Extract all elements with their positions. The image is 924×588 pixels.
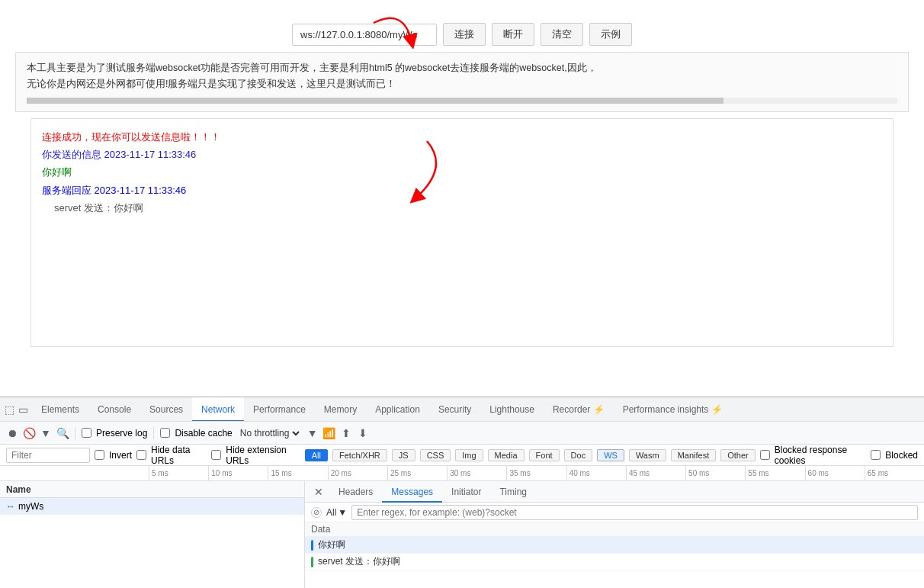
filter-css-btn[interactable]: CSS	[420, 449, 451, 461]
throttling-dropdown-icon[interactable]: ▼	[306, 427, 319, 439]
messages-pane: ⊘ All ▼ Data 你好啊	[305, 503, 924, 588]
tab-network[interactable]: Network	[192, 397, 244, 422]
network-main: Name ↔ myWs ✕ Headers Messages Initiator…	[0, 481, 924, 588]
filter-all-btn[interactable]: All	[305, 449, 328, 461]
search-icon[interactable]: 🔍	[56, 427, 69, 439]
blocked-cookies-label: Blocked response cookies	[775, 445, 867, 466]
data-label: Data	[305, 522, 924, 537]
disable-cache-checkbox[interactable]	[160, 428, 170, 438]
devtools-panel: ⬚ ▭ Elements Console Sources Network Per…	[0, 397, 924, 588]
filter-media-btn[interactable]: Media	[488, 449, 525, 461]
ws-description: 本工具主要是为了测试服务端websocket功能是否完善可用而开发，主要是利用h…	[15, 52, 909, 112]
detail-tab-timing[interactable]: Timing	[490, 481, 536, 503]
ws-messages-box: 连接成功，现在你可以发送信息啦！！！ 你发送的信息 2023-11-17 11:…	[30, 118, 894, 347]
connect-button[interactable]: 连接	[443, 23, 486, 46]
msg-reply-content: servet 发送：你好啊	[42, 199, 882, 217]
filter-ws-btn[interactable]: WS	[597, 449, 624, 461]
inspect-icon[interactable]: ⬚	[3, 403, 15, 416]
blocked-cookies-checkbox[interactable]	[760, 450, 770, 460]
clear-log-icon[interactable]: 🚫	[23, 427, 35, 439]
ws-desc-line2: 无论你是内网还是外网都可使用!服务端只是实现了接受和发送，这里只是测试而已！	[27, 76, 897, 92]
ruler-tick-12: 60 ms	[805, 466, 865, 481]
tab-performance[interactable]: Performance	[244, 397, 315, 422]
filter-font-btn[interactable]: Font	[529, 449, 560, 461]
blocked-label: Blocked	[885, 450, 918, 461]
filter-wasm-btn[interactable]: Wasm	[629, 449, 666, 461]
preserve-log-checkbox[interactable]	[82, 428, 91, 438]
ruler-tick-8: 40 ms	[566, 466, 626, 481]
filter-js-btn[interactable]: JS	[392, 449, 415, 461]
detail-close-button[interactable]: ✕	[308, 481, 329, 503]
filter-manifest-btn[interactable]: Manifest	[671, 449, 717, 461]
received-indicator	[311, 557, 313, 567]
throttling-select[interactable]: No throttling	[237, 427, 302, 439]
detail-tab-initiator[interactable]: Initiator	[442, 481, 490, 503]
hide-data-urls-label: Hide data URLs	[151, 445, 207, 466]
messages-filter-input[interactable]	[351, 505, 918, 520]
invert-checkbox[interactable]	[95, 450, 104, 460]
filter-input[interactable]	[6, 448, 90, 463]
ws-desc-scrollbar[interactable]	[27, 98, 897, 104]
filter-icon[interactable]: ▼	[40, 427, 52, 439]
device-icon[interactable]: ▭	[17, 403, 29, 416]
page-wrapper: 连接 断开 清空 示例 本工具主要是为了测试服务端websocket功能是否完善…	[0, 0, 924, 588]
download-icon[interactable]: ⬇	[357, 427, 369, 439]
ruler-tick-4: 20 ms	[328, 466, 387, 481]
filter-fetchxhr-btn[interactable]: Fetch/XHR	[332, 449, 387, 461]
hide-ext-urls-checkbox[interactable]	[211, 450, 221, 460]
tab-lighthouse[interactable]: Lighthouse	[480, 397, 544, 422]
msg-connected: 连接成功，现在你可以发送信息啦！！！	[42, 128, 882, 146]
disable-cache-label: Disable cache	[175, 428, 232, 439]
network-row-myws[interactable]: ↔ myWs	[0, 498, 304, 515]
all-select[interactable]: All ▼	[326, 507, 347, 518]
timeline-ruler: 5 ms 10 ms 15 ms 20 ms 25 ms 30 ms 35 ms…	[0, 466, 924, 481]
ruler-tick-6: 30 ms	[447, 466, 506, 481]
disconnect-button[interactable]: 断开	[492, 23, 534, 46]
network-list: Name ↔ myWs	[0, 481, 305, 588]
ruler-tick-9: 45 ms	[626, 466, 685, 481]
detail-tab-messages[interactable]: Messages	[382, 481, 442, 503]
hide-data-urls-checkbox[interactable]	[136, 450, 146, 460]
all-label: All	[326, 507, 336, 518]
msg-sent-content: 你好啊	[42, 163, 882, 181]
ws-data-row-received[interactable]: servet 发送：你好啊	[305, 554, 924, 570]
wifi-icon[interactable]: 📶	[323, 427, 335, 439]
ws-data-row-sent[interactable]: 你好啊	[305, 537, 924, 554]
devtools-tab-bar: ⬚ ▭ Elements Console Sources Network Per…	[0, 397, 924, 422]
filter-img-btn[interactable]: Img	[455, 449, 483, 461]
filter-doc-btn[interactable]: Doc	[564, 449, 593, 461]
tab-perf-insights[interactable]: Performance insights ⚡	[614, 397, 732, 422]
filter-bar: Invert Hide data URLs Hide extension URL…	[0, 445, 924, 466]
clear-button[interactable]: 清空	[541, 23, 583, 46]
tab-console[interactable]: Console	[88, 397, 140, 422]
detail-tab-headers[interactable]: Headers	[329, 481, 382, 503]
ruler-tick-7: 35 ms	[506, 466, 566, 481]
separator1	[75, 427, 75, 439]
hide-ext-urls-label: Hide extension URLs	[226, 445, 300, 466]
all-dropdown-icon[interactable]: ▼	[338, 507, 347, 518]
ruler-tick-10: 50 ms	[685, 466, 745, 481]
ws-url-input[interactable]	[292, 24, 437, 46]
example-button[interactable]: 示例	[589, 23, 632, 46]
tab-elements[interactable]: Elements	[32, 397, 88, 422]
tab-recorder[interactable]: Recorder ⚡	[544, 397, 614, 422]
tab-security[interactable]: Security	[429, 397, 480, 422]
ws-sent-text: 你好啊	[318, 538, 345, 551]
tab-memory[interactable]: Memory	[315, 397, 366, 422]
ws-url-inner: 连接 断开 清空 示例	[292, 23, 632, 46]
ws-row-icon: ↔	[6, 501, 15, 512]
ws-url-area: 连接 断开 清空 示例	[15, 12, 909, 52]
record-icon[interactable]: ⏺	[6, 427, 18, 439]
blocked-checkbox[interactable]	[871, 450, 881, 460]
tab-application[interactable]: Application	[366, 397, 429, 422]
msg-sent-label: 你发送的信息 2023-11-17 11:33:46	[42, 146, 882, 163]
ruler-tick-2: 10 ms	[208, 466, 268, 481]
network-list-header: Name	[0, 481, 304, 498]
filter-other-btn[interactable]: Other	[720, 449, 756, 461]
ws-received-text: servet 发送：你好啊	[318, 555, 400, 568]
msg-reply-label: 服务端回应 2023-11-17 11:33:46	[42, 182, 882, 199]
ruler-tick-13: 65 ms	[865, 466, 924, 481]
upload-icon[interactable]: ⬆	[340, 427, 352, 439]
name-col-header: Name	[6, 484, 31, 495]
tab-sources[interactable]: Sources	[140, 397, 192, 422]
